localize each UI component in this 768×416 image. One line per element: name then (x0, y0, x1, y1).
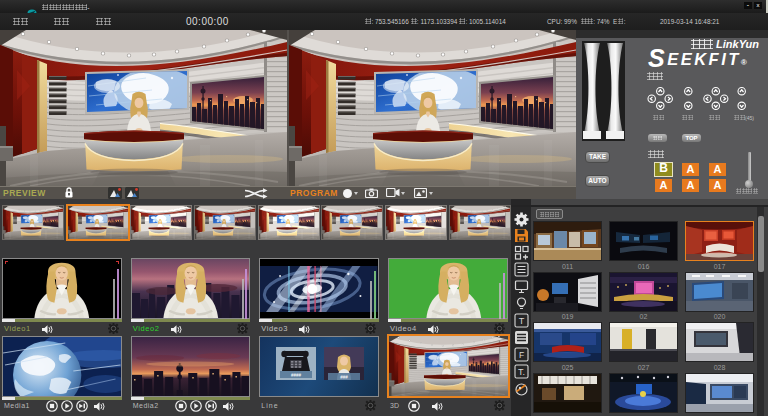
svg-text:F: F (519, 350, 524, 360)
svg-text:T: T (519, 316, 525, 326)
svg-text:###: ### (341, 374, 349, 379)
svg-text:T.: T. (518, 367, 525, 377)
svg-text:####: #### (291, 372, 302, 377)
